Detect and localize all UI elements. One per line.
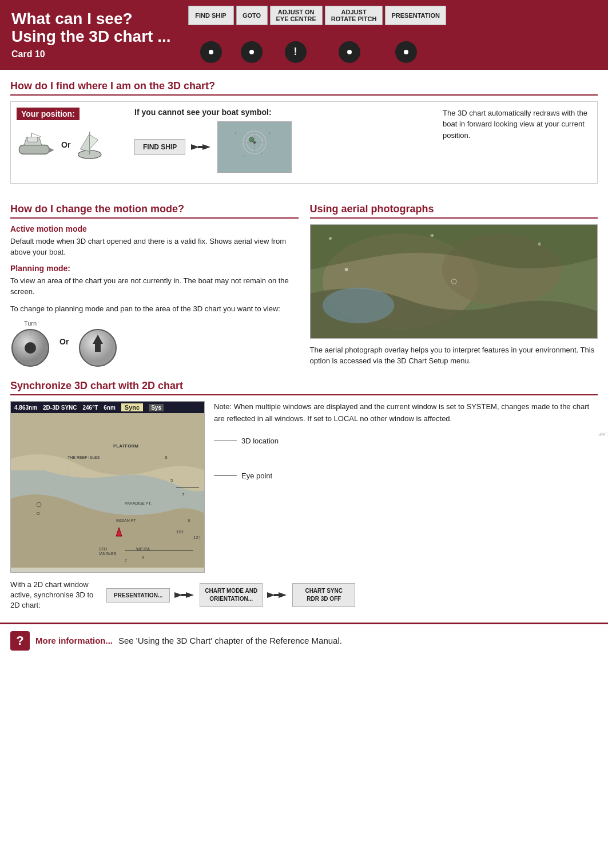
main-content: How do I find where I am on the 3D chart… [0,80,608,611]
arrow-double-icon-2 [174,589,195,601]
svg-point-34 [25,342,36,354]
motion-mode-col: How do I change the motion mode? Active … [10,193,299,370]
sync-note: Note: When multiple windows are displaye… [214,401,598,425]
svg-marker-8 [81,133,90,151]
sync-map: PLATFORM THE REEF ISLES PARADISE PT. IND… [11,413,204,568]
sync-button[interactable]: Sync [121,403,143,411]
boats-row: Or [17,129,125,161]
svg-text:⊕: ⊕ [328,235,332,240]
svg-line-4 [31,133,42,137]
eye-label: Eye point [214,471,598,480]
chart-mode-btn[interactable]: CHART MODE AND ORIENTATION... [200,583,263,607]
svg-text:+: + [243,154,245,157]
svg-text:THE REEF ISLES: THE REEF ISLES [67,455,100,459]
footer-more-label: More information... [35,636,113,645]
left-knob-wrap: Turn [10,320,50,370]
svg-text:7: 7 [125,558,127,562]
header-card: Card 10 [11,49,171,60]
or-label-1: Or [61,140,70,149]
svg-text:12†: 12† [193,535,201,540]
adjust-on-button[interactable]: ADJUST ON EYE CENTRE [270,6,323,25]
chart-sync-btn[interactable]: CHART SYNC RDR 3D OFF [292,583,355,607]
svg-point-41 [322,287,394,323]
svg-marker-5 [49,147,54,152]
button-row: FIND SHIP GOTO ADJUST ON EYE CENTRE ADJU… [188,6,603,25]
sync-mode: 2D-3D SYNC [43,405,77,411]
find-ship-btn[interactable]: FIND SHIP [134,139,185,155]
section4-title: Synchronize 3D chart with 2D chart [10,380,598,395]
active-motion-text: Default mode when 3D chart opened and th… [10,236,299,258]
presentation-icon [395,41,417,63]
svg-text:9: 9 [188,518,190,523]
find-description: The 3D chart automatically redraws with … [443,108,591,141]
or-label-2: Or [59,337,69,346]
if-cannot-label: If you cannot see your boat symbol: [134,108,434,117]
icon-row: ! [188,39,603,65]
planning-text-1: To view an area of the chart you are not… [10,275,299,298]
svg-text:10†: 10† [176,529,184,534]
footer-description: See 'Using the 3D Chart' chapter of the … [118,636,342,645]
svg-text:IANGLES: IANGLES [99,552,117,556]
active-motion-title: Active motion mode [10,224,299,233]
svg-text:7: 7 [182,492,185,497]
svg-text:O: O [37,512,40,516]
svg-text:WP IPA: WP IPA [136,547,150,551]
svg-text:+: + [235,131,237,134]
svg-rect-2 [27,137,38,142]
question-mark-icon: ? [10,631,30,651]
aerial-description: The aerial photograph overlay helps you … [310,344,598,367]
svg-point-45 [344,268,348,271]
header-right: FIND SHIP GOTO ADJUST ON EYE CENTRE ADJU… [182,0,609,70]
svg-text:+: + [260,151,263,154]
adjust-rotate-pitch-button[interactable]: ADJUST ROTATE PITCH [325,6,383,25]
sync-distance: 4.863nm [14,405,37,411]
svg-text:PARADISE PT.: PARADISE PT. [125,501,152,505]
header-title: What can I see? [11,10,171,28]
svg-text:S: S [165,455,168,459]
sync-content: 4.863nm 2D-3D SYNC 246°T 6nm Sync Sys [10,401,598,573]
find-ship-button[interactable]: FIND SHIP [188,6,234,25]
adjust-on-icon: ! [285,41,307,63]
eye-line [214,475,237,476]
svg-text:9: 9 [142,556,144,560]
find-right: If you cannot see your boat symbol: FIND… [134,108,434,177]
right-knob-wrap [78,328,118,370]
sync-bottom-row: With a 2D chart window active, synchroni… [10,580,598,611]
find-ship-icon [200,41,222,63]
find-ship-row: FIND SHIP [134,121,434,173]
rotary-knob-icon[interactable] [10,328,50,368]
svg-text:⊕: ⊕ [538,241,542,247]
presentation-btn[interactable]: PRESENTATION... [106,588,170,603]
goto-icon [241,41,263,63]
svg-text:5: 5 [170,478,173,483]
planning-mode-title: Planning mode: [10,264,299,273]
goto-button[interactable]: GOTO [236,6,268,25]
svg-rect-76 [277,594,283,596]
arrow-double-icon [191,141,212,153]
svg-text:PLATFORM: PLATFORM [113,443,138,449]
find-left: Your position: Or [17,108,125,161]
svg-marker-73 [267,592,275,598]
svg-marker-10 [191,144,199,150]
your-position-label: Your position: [17,108,80,120]
header-left: What can I see? Using the 3D chart ... C… [0,0,182,70]
svg-text:STO: STO [99,547,108,551]
svg-text:⊕: ⊕ [430,232,434,237]
sync-bearing: 246°T [83,405,98,411]
page-edge-text: F_MF [598,431,608,437]
location-line [214,441,237,441]
header-subtitle: Using the 3D chart ... [11,28,171,46]
sys-button[interactable]: Sys [149,404,164,411]
direction-knob-icon[interactable] [78,328,118,368]
turn-label: Turn [10,320,50,327]
presentation-button[interactable]: PRESENTATION [385,6,446,25]
adjust-rp-icon [339,41,360,63]
section3-title: Using aerial photographs [310,203,598,219]
svg-rect-13 [201,146,207,148]
svg-rect-0 [19,145,49,154]
sync-right: Note: When multiple windows are displaye… [214,401,598,482]
two-col-section: How do I change the motion mode? Active … [10,193,598,370]
svg-marker-9 [90,134,98,149]
svg-rect-72 [185,594,190,596]
sailboat-icon [75,129,106,161]
